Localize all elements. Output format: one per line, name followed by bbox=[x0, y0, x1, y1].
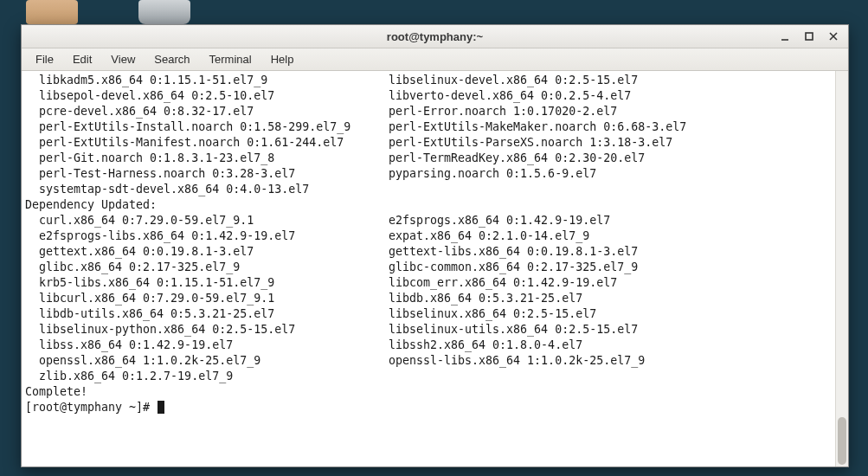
output-cell: libsepol-devel.x86_64 0:2.5-10.el7 bbox=[25, 88, 389, 104]
output-cell: e2fsprogs-libs.x86_64 0:1.42.9-19.el7 bbox=[25, 228, 389, 244]
output-row: gettext.x86_64 0:0.19.8.1-3.el7 gettext-… bbox=[25, 244, 832, 260]
output-cell: glibc-common.x86_64 0:2.17-325.el7_9 bbox=[389, 260, 638, 275]
close-button[interactable] bbox=[822, 28, 845, 45]
close-icon bbox=[828, 31, 839, 42]
output-row: perl-ExtUtils-Manifest.noarch 0:1.61-244… bbox=[25, 135, 832, 151]
output-cell: zlib.x86_64 0:1.2.7-19.el7_9 bbox=[25, 369, 389, 384]
output-row: e2fsprogs-libs.x86_64 0:1.42.9-19.el7 ex… bbox=[25, 228, 832, 244]
output-cell: glibc.x86_64 0:2.17-325.el7_9 bbox=[25, 260, 389, 275]
output-cell: gettext-libs.x86_64 0:0.19.8.1-3.el7 bbox=[389, 244, 638, 260]
output-cell: perl-Error.noarch 1:0.17020-2.el7 bbox=[389, 104, 617, 119]
output-row: libsepol-devel.x86_64 0:2.5-10.el7 libve… bbox=[25, 88, 832, 104]
maximize-button[interactable] bbox=[798, 28, 820, 45]
svg-rect-1 bbox=[806, 33, 813, 40]
output-row: libkadm5.x86_64 0:1.15.1-51.el7_9 libsel… bbox=[25, 73, 832, 88]
menubar: FileEditViewSearchTerminalHelp bbox=[22, 48, 848, 71]
window-controls bbox=[774, 25, 845, 48]
output-cell: libselinux-devel.x86_64 0:2.5-15.el7 bbox=[389, 73, 638, 88]
terminal-area: libkadm5.x86_64 0:1.15.1-51.el7_9 libsel… bbox=[22, 71, 848, 466]
terminal-output[interactable]: libkadm5.x86_64 0:1.15.1-51.el7_9 libsel… bbox=[22, 71, 835, 466]
desktop-trash-icon bbox=[138, 0, 190, 24]
output-cell: perl-ExtUtils-ParseXS.noarch 1:3.18-3.el… bbox=[389, 135, 672, 151]
output-cell: perl-Git.noarch 0:1.8.3.1-23.el7_8 bbox=[25, 151, 389, 166]
desktop-background bbox=[0, 0, 868, 26]
output-cell: curl.x86_64 0:7.29.0-59.el7_9.1 bbox=[25, 213, 389, 228]
output-row: openssl.x86_64 1:1.0.2k-25.el7_9 openssl… bbox=[25, 353, 832, 369]
desktop-folder-icon bbox=[26, 0, 78, 24]
output-cell: libss.x86_64 0:1.42.9-19.el7 bbox=[25, 338, 389, 353]
output-row: systemtap-sdt-devel.x86_64 0:4.0-13.el7 bbox=[25, 182, 832, 197]
minimize-button[interactable] bbox=[774, 28, 796, 45]
maximize-icon bbox=[804, 31, 814, 42]
output-cell: openssl-libs.x86_64 1:1.0.2k-25.el7_9 bbox=[389, 353, 645, 369]
output-cell: pcre-devel.x86_64 0:8.32-17.el7 bbox=[25, 104, 389, 119]
output-cell: gettext.x86_64 0:0.19.8.1-3.el7 bbox=[25, 244, 389, 260]
prompt-line[interactable]: [root@tymphany ~]# bbox=[25, 400, 832, 415]
scroll-thumb[interactable] bbox=[838, 417, 846, 465]
terminal-window: root@tymphany:~ FileEditViewSearchTermin… bbox=[21, 24, 849, 467]
cursor bbox=[158, 401, 164, 414]
menu-file[interactable]: File bbox=[27, 50, 62, 68]
output-row: curl.x86_64 0:7.29.0-59.el7_9.1 e2fsprog… bbox=[25, 213, 832, 228]
output-cell: libselinux-python.x86_64 0:2.5-15.el7 bbox=[25, 322, 389, 338]
output-row: zlib.x86_64 0:1.2.7-19.el7_9 bbox=[25, 369, 832, 384]
output-cell: libcurl.x86_64 0:7.29.0-59.el7_9.1 bbox=[25, 291, 389, 306]
output-cell: libkadm5.x86_64 0:1.15.1-51.el7_9 bbox=[25, 73, 389, 88]
output-cell: openssl.x86_64 1:1.0.2k-25.el7_9 bbox=[25, 353, 389, 369]
output-cell: perl-ExtUtils-Manifest.noarch 0:1.61-244… bbox=[25, 135, 389, 151]
menu-view[interactable]: View bbox=[102, 50, 144, 68]
output-row: libss.x86_64 0:1.42.9-19.el7 libssh2.x86… bbox=[25, 338, 832, 353]
output-row: perl-Git.noarch 0:1.8.3.1-23.el7_8 perl-… bbox=[25, 151, 832, 166]
shell-prompt: [root@tymphany ~]# bbox=[25, 401, 157, 414]
output-line: Complete! bbox=[25, 384, 832, 400]
minimize-icon bbox=[780, 31, 790, 42]
output-cell: libssh2.x86_64 0:1.8.0-4.el7 bbox=[389, 338, 582, 353]
menu-edit[interactable]: Edit bbox=[64, 50, 100, 68]
output-cell: perl-TermReadKey.x86_64 0:2.30-20.el7 bbox=[389, 151, 645, 166]
window-title: root@tymphany:~ bbox=[387, 30, 483, 43]
output-cell: perl-ExtUtils-Install.noarch 0:1.58-299.… bbox=[25, 119, 389, 135]
output-cell: e2fsprogs.x86_64 0:1.42.9-19.el7 bbox=[389, 213, 610, 228]
output-cell: expat.x86_64 0:2.1.0-14.el7_9 bbox=[389, 228, 589, 244]
output-cell: krb5-libs.x86_64 0:1.15.1-51.el7_9 bbox=[25, 275, 389, 291]
output-cell: libdb.x86_64 0:5.3.21-25.el7 bbox=[389, 291, 582, 306]
output-row: libcurl.x86_64 0:7.29.0-59.el7_9.1 libdb… bbox=[25, 291, 832, 306]
output-cell: libselinux.x86_64 0:2.5-15.el7 bbox=[389, 306, 596, 322]
scrollbar[interactable] bbox=[835, 71, 848, 466]
output-row: perl-ExtUtils-Install.noarch 0:1.58-299.… bbox=[25, 119, 832, 135]
output-row: krb5-libs.x86_64 0:1.15.1-51.el7_9 libco… bbox=[25, 275, 832, 291]
output-cell: perl-ExtUtils-MakeMaker.noarch 0:6.68-3.… bbox=[389, 119, 686, 135]
output-cell: pyparsing.noarch 0:1.5.6-9.el7 bbox=[389, 166, 596, 182]
titlebar[interactable]: root@tymphany:~ bbox=[22, 25, 848, 48]
output-cell: libcom_err.x86_64 0:1.42.9-19.el7 bbox=[389, 275, 617, 291]
output-row: perl-Test-Harness.noarch 0:3.28-3.el7 py… bbox=[25, 166, 832, 182]
output-row: libdb-utils.x86_64 0:5.3.21-25.el7 libse… bbox=[25, 306, 832, 322]
output-cell: systemtap-sdt-devel.x86_64 0:4.0-13.el7 bbox=[25, 182, 389, 197]
output-cell: libselinux-utils.x86_64 0:2.5-15.el7 bbox=[389, 322, 638, 338]
output-line: Dependency Updated: bbox=[25, 197, 832, 213]
output-row: pcre-devel.x86_64 0:8.32-17.el7 perl-Err… bbox=[25, 104, 832, 119]
output-cell: perl-Test-Harness.noarch 0:3.28-3.el7 bbox=[25, 166, 389, 182]
output-row: libselinux-python.x86_64 0:2.5-15.el7 li… bbox=[25, 322, 832, 338]
output-cell: libverto-devel.x86_64 0:0.2.5-4.el7 bbox=[389, 88, 631, 104]
output-row: glibc.x86_64 0:2.17-325.el7_9 glibc-comm… bbox=[25, 260, 832, 275]
menu-search[interactable]: Search bbox=[145, 50, 198, 68]
output-cell: libdb-utils.x86_64 0:5.3.21-25.el7 bbox=[25, 306, 389, 322]
menu-help[interactable]: Help bbox=[262, 50, 303, 68]
menu-terminal[interactable]: Terminal bbox=[201, 50, 260, 68]
